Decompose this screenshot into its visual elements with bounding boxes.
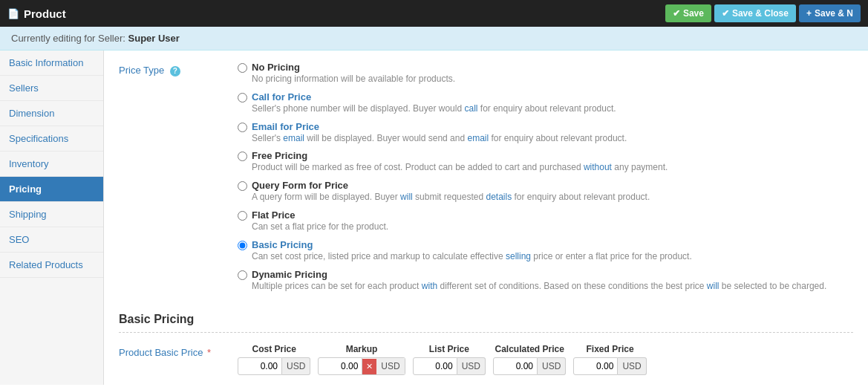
cost-price-col: Cost Price USD [238,344,310,375]
option-desc-query-form: A query form will be displayed. Buyer wi… [252,191,650,204]
radio-email-for-price[interactable] [238,123,247,132]
radio-no-pricing[interactable] [238,63,247,73]
basic-pricing-heading: Basic Pricing [119,313,853,326]
seller-bar: Currently editing for Seller: Super User [0,27,868,51]
pricing-columns-headers: Cost Price USD Markup ✕ [238,344,648,375]
option-desc-call-for-price: Seller's phone number will be displayed.… [252,103,616,115]
radio-basic-pricing[interactable] [238,241,247,250]
option-query-form: Query Form for Price A query form will b… [238,180,853,204]
cost-price-currency: USD [282,357,310,375]
radio-call-for-price[interactable] [238,93,247,103]
option-title-query-form: Query Form for Price [252,180,650,191]
sidebar-item-specifications[interactable]: Specifications [0,126,103,152]
option-free-pricing: Free Pricing Product will be marked as f… [238,150,853,174]
save-new-icon: + [806,8,812,19]
option-title-call-for-price: Call for Price [252,91,616,103]
save-close-button[interactable]: ✔ Save & Close [714,4,796,22]
list-price-input[interactable] [413,357,457,375]
section-divider [119,332,853,333]
markup-currency-group: ✕ USD [362,357,405,375]
header-buttons: ✔ Save ✔ Save & Close + Save & N [665,4,861,22]
price-type-options: No Pricing No pricing information will b… [238,62,853,298]
col-spacer-4 [567,344,573,375]
list-price-col: List Price USD [413,344,486,375]
list-price-input-group: USD [413,357,486,375]
list-price-header: List Price [429,344,469,354]
option-title-no-pricing: No Pricing [252,62,455,73]
fixed-price-input-group: USD [573,357,646,375]
option-title-email-for-price: Email for Price [252,121,627,132]
option-flat-price: Flat Price Can set a flat price for the … [238,209,853,233]
radio-query-form[interactable] [238,181,247,191]
fixed-price-col: Fixed Price USD [573,344,646,375]
save-new-button[interactable]: + Save & N [799,4,861,22]
option-basic-pricing: Basic Pricing Can set cost price, listed… [238,239,853,263]
option-desc-basic-pricing: Can set cost price, listed price and mar… [252,250,692,263]
markup-input-group: ✕ USD [318,357,405,375]
sidebar-item-pricing[interactable]: Pricing [0,177,103,202]
option-desc-email-for-price: Seller's email will be displayed. Buyer … [252,132,627,145]
radio-flat-price[interactable] [238,211,247,221]
price-type-help-icon[interactable]: ? [170,66,180,77]
header: 📄 Product ✔ Save ✔ Save & Close + Save &… [0,0,868,27]
fixed-price-header: Fixed Price [587,344,634,354]
sidebar-item-related-products[interactable]: Related Products [0,253,103,278]
markup-currency: USD [376,358,404,374]
option-title-dynamic-pricing: Dynamic Pricing [252,269,826,280]
markup-x-button[interactable]: ✕ [362,359,376,374]
option-desc-flat-price: Can set a flat price for the product. [252,221,388,233]
fixed-price-input[interactable] [573,357,618,375]
calculated-price-currency: USD [538,357,566,375]
option-title-free-pricing: Free Pricing [252,150,668,161]
option-desc-free-pricing: Product will be marked as free of cost. … [252,161,668,174]
save-button[interactable]: ✔ Save [665,4,711,22]
cost-price-input-group: USD [238,357,310,375]
calculated-price-header: Calculated Price [495,344,564,354]
fixed-price-currency: USD [618,357,646,375]
sidebar-item-dimension[interactable]: Dimension [0,101,103,126]
option-call-for-price: Call for Price Seller's phone number wil… [238,91,853,115]
list-price-currency: USD [457,357,486,375]
main-content: Price Type ? No Pricing No pricing infor… [104,51,868,385]
save-close-icon: ✔ [722,8,729,19]
markup-input[interactable] [318,357,362,375]
col-spacer-1 [312,344,318,375]
required-star: * [207,347,211,358]
option-email-for-price: Email for Price Seller's email will be d… [238,121,853,145]
save-icon: ✔ [673,8,680,19]
markup-col: Markup ✕ USD [318,344,405,375]
product-basic-price-label: Product Basic Price * [119,344,238,375]
calculated-price-input-group: USD [493,357,566,375]
sidebar-item-basic-information[interactable]: Basic Information [0,51,103,76]
cost-price-input[interactable] [238,357,282,375]
option-dynamic-pricing: Dynamic Pricing Multiple prices can be s… [238,269,853,293]
calculated-price-col: Calculated Price USD [493,344,566,375]
price-type-label: Price Type ? [119,62,238,298]
price-type-section: Price Type ? No Pricing No pricing infor… [119,62,853,298]
product-icon: 📄 [7,8,19,19]
option-no-pricing: No Pricing No pricing information will b… [238,62,853,85]
main-layout: Basic Information Sellers Dimension Spec… [0,51,868,385]
option-desc-dynamic-pricing: Multiple prices can be set for each prod… [252,280,826,293]
option-title-flat-price: Flat Price [252,209,388,221]
markup-header: Markup [346,344,378,354]
radio-free-pricing[interactable] [238,152,247,161]
sidebar-item-sellers[interactable]: Sellers [0,76,103,101]
sidebar: Basic Information Sellers Dimension Spec… [0,51,104,385]
col-spacer-2 [407,344,413,375]
product-basic-price-section: Product Basic Price * Cost Price USD [119,344,853,375]
radio-dynamic-pricing[interactable] [238,270,247,280]
pricing-inputs: Cost Price USD Markup ✕ [238,344,648,375]
calculated-price-input[interactable] [493,357,538,375]
sidebar-item-seo[interactable]: SEO [0,227,103,253]
cost-price-header: Cost Price [252,344,296,354]
option-desc-no-pricing: No pricing information will be available… [252,73,455,85]
page-title: Product [24,7,665,20]
sidebar-item-shipping[interactable]: Shipping [0,202,103,227]
seller-name: Super User [128,33,180,44]
col-spacer-3 [487,344,493,375]
option-title-basic-pricing: Basic Pricing [252,239,692,250]
sidebar-item-inventory[interactable]: Inventory [0,152,103,177]
